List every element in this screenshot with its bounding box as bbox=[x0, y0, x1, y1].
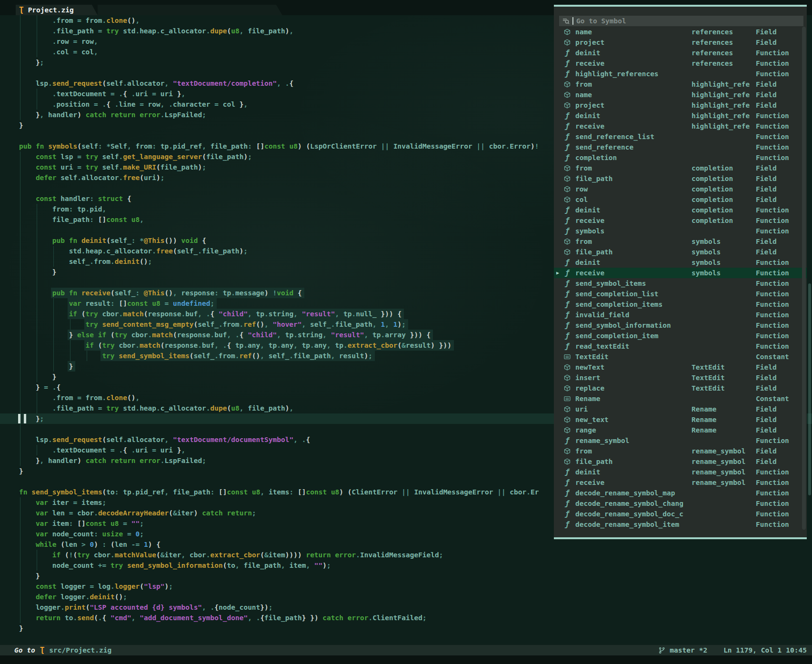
symbol-name: from bbox=[575, 79, 592, 90]
code-line[interactable]: return to.send(.{ "cmd", "add_document_s… bbox=[0, 613, 812, 623]
symbol-row[interactable]: file_pathcompletionField bbox=[554, 173, 807, 184]
symbol-row[interactable]: ƒdecode_rename_symbol_changFunction bbox=[554, 498, 807, 509]
symbol-kind: Field bbox=[756, 456, 777, 467]
symbol-row[interactable]: rangeRenameField bbox=[554, 425, 807, 435]
symbol-row[interactable]: file_pathrename_symbolField bbox=[554, 456, 807, 467]
code-line[interactable]: } bbox=[0, 623, 812, 634]
symbol-row[interactable]: ƒsend_completion_itemsFunction bbox=[554, 299, 807, 310]
symbol-row[interactable]: TextEditConstant bbox=[554, 352, 807, 362]
symbol-name: uri bbox=[575, 404, 588, 414]
symbol-row[interactable]: fromrename_symbolField bbox=[554, 446, 807, 456]
symbol-name: read_textEdit bbox=[575, 341, 630, 352]
symbol-row[interactable]: fromcompletionField bbox=[554, 163, 807, 173]
symbol-row[interactable]: rowcompletionField bbox=[554, 184, 807, 194]
symbol-row[interactable]: ƒdeinitreferencesFunction bbox=[554, 48, 807, 58]
symbol-row[interactable]: insertTextEditField bbox=[554, 372, 807, 383]
symbol-row[interactable]: ƒdeinitcompletionFunction bbox=[554, 205, 807, 215]
symbol-name: receive bbox=[575, 268, 604, 278]
indent-guide bbox=[20, 256, 20, 267]
symbol-name: newText bbox=[575, 362, 604, 372]
symbol-row[interactable]: namehighlight_refeField bbox=[554, 90, 807, 100]
indent-guide bbox=[20, 319, 20, 330]
indent-guide bbox=[20, 550, 20, 560]
symbol-container: symbols bbox=[692, 236, 721, 247]
symbol-row[interactable]: ƒsend_completion_listFunction bbox=[554, 289, 807, 299]
symbol-row[interactable]: ƒhighlight_referencesFunction bbox=[554, 69, 807, 79]
symbol-row[interactable]: RenameConstant bbox=[554, 393, 807, 404]
code-line[interactable]: } bbox=[0, 571, 812, 581]
code-line[interactable]: logger.print("LSP accounted {d} symbols"… bbox=[0, 602, 812, 613]
code-line[interactable]: defer logger.deinit(); bbox=[0, 592, 812, 602]
symbol-row[interactable]: uriRenameField bbox=[554, 404, 807, 414]
symbol-row[interactable]: ƒreceivecompletionFunction bbox=[554, 215, 807, 226]
indent-guide bbox=[53, 330, 54, 340]
symbol-name: from bbox=[575, 446, 592, 456]
selected-row-marker: ▶ bbox=[556, 268, 559, 278]
symbol-row[interactable]: ƒsend_reference_listFunction bbox=[554, 131, 807, 142]
panel-scrollbar[interactable] bbox=[802, 27, 806, 530]
symbol-row[interactable]: ƒreceivereferencesFunction bbox=[554, 58, 807, 69]
function-icon: ƒ bbox=[563, 70, 571, 78]
symbol-row[interactable]: fromhighlight_refeField bbox=[554, 79, 807, 90]
goto-mode-indicator: Go to bbox=[14, 646, 35, 654]
symbol-row[interactable]: ƒdecode_rename_symbol_doc_cFunction bbox=[554, 509, 807, 519]
symbol-container: highlight_refe bbox=[692, 79, 750, 90]
search-placeholder: Go to Symbol bbox=[576, 17, 626, 25]
symbol-row[interactable]: ƒdecode_rename_symbol_mapFunction bbox=[554, 488, 807, 498]
input-caret bbox=[572, 17, 573, 25]
indent-guide bbox=[20, 172, 20, 183]
symbol-row[interactable]: ƒsend_symbol_informationFunction bbox=[554, 320, 807, 331]
symbol-row[interactable]: ƒreceiverename_symbolFunction bbox=[554, 477, 807, 488]
symbol-row[interactable]: new_textRenameField bbox=[554, 414, 807, 425]
code-line[interactable]: while (len > 0) : (len -= 1) { bbox=[0, 539, 812, 550]
tab-project-zig[interactable]: Ʈ Project.zig bbox=[16, 5, 98, 15]
symbol-row[interactable]: ƒreceivehighlight_refeFunction bbox=[554, 121, 807, 131]
symbol-row[interactable]: ƒcompletionFunction bbox=[554, 152, 807, 163]
symbol-row[interactable]: colcompletionField bbox=[554, 194, 807, 205]
symbol-row[interactable]: ƒdeinitrename_symbolFunction bbox=[554, 467, 807, 477]
symbol-name: file_path bbox=[575, 456, 613, 467]
symbol-kind: Function bbox=[756, 58, 789, 69]
indent-guide bbox=[20, 445, 20, 455]
editor-scrollbar-thumb[interactable] bbox=[808, 283, 811, 495]
symbol-name: decode_rename_symbol_doc_c bbox=[575, 509, 683, 519]
symbol-kind: Field bbox=[756, 184, 777, 194]
symbol-row[interactable]: ƒdeinitsymbolsFunction bbox=[554, 257, 807, 268]
symbol-name: project bbox=[575, 100, 604, 111]
indent-guide bbox=[20, 214, 20, 225]
symbol-search-input[interactable]: Go to Symbol bbox=[559, 16, 803, 26]
symbol-row[interactable]: ƒread_textEditFunction bbox=[554, 341, 807, 352]
text-cursor bbox=[18, 414, 26, 423]
function-icon: ƒ bbox=[563, 510, 571, 518]
indent-guide bbox=[20, 68, 20, 78]
symbol-row[interactable]: ƒsymbolsFunction bbox=[554, 226, 807, 236]
symbol-row[interactable]: ƒdecode_rename_symbol_itemFunction bbox=[554, 519, 807, 530]
symbol-kind: Function bbox=[756, 152, 789, 163]
symbol-row[interactable]: newTextTextEditField bbox=[554, 362, 807, 372]
symbol-row[interactable]: fromsymbolsField bbox=[554, 236, 807, 247]
indent-guide bbox=[37, 351, 37, 361]
function-icon: ƒ bbox=[563, 206, 571, 214]
symbol-kind: Field bbox=[756, 90, 777, 100]
symbol-container: TextEdit bbox=[692, 362, 725, 372]
indent-guide bbox=[20, 15, 20, 26]
code-line[interactable]: const logger = log.logger("lsp"); bbox=[0, 581, 812, 592]
symbol-kind: Function bbox=[756, 435, 789, 446]
symbol-container: TextEdit bbox=[692, 372, 725, 383]
symbol-row[interactable]: ▶ƒreceivesymbolsFunction bbox=[554, 268, 807, 278]
symbol-row[interactable]: file_pathsymbolsField bbox=[554, 247, 807, 257]
symbol-row[interactable]: ƒsend_referenceFunction bbox=[554, 142, 807, 152]
symbol-row[interactable]: projectreferencesField bbox=[554, 37, 807, 48]
symbol-row[interactable]: namereferencesField bbox=[554, 27, 807, 37]
symbol-row[interactable]: ƒdeinithighlight_refeFunction bbox=[554, 111, 807, 121]
indent-guide bbox=[37, 267, 37, 277]
symbol-row[interactable]: projecthighlight_refeField bbox=[554, 100, 807, 111]
symbol-row[interactable]: ƒsend_symbol_itemsFunction bbox=[554, 278, 807, 289]
symbol-container: highlight_refe bbox=[692, 121, 750, 131]
symbol-row[interactable]: replaceTextEditField bbox=[554, 383, 807, 393]
symbol-row[interactable]: ƒsend_completion_itemFunction bbox=[554, 331, 807, 341]
code-line[interactable]: if (!(try cbor.matchValue(&iter, cbor.ex… bbox=[0, 550, 812, 560]
symbol-row[interactable]: ƒinvalid_fieldFunction bbox=[554, 310, 807, 320]
symbol-row[interactable]: ƒrename_symbolFunction bbox=[554, 435, 807, 446]
code-line[interactable]: node_count += try send_symbol_informatio… bbox=[0, 560, 812, 571]
